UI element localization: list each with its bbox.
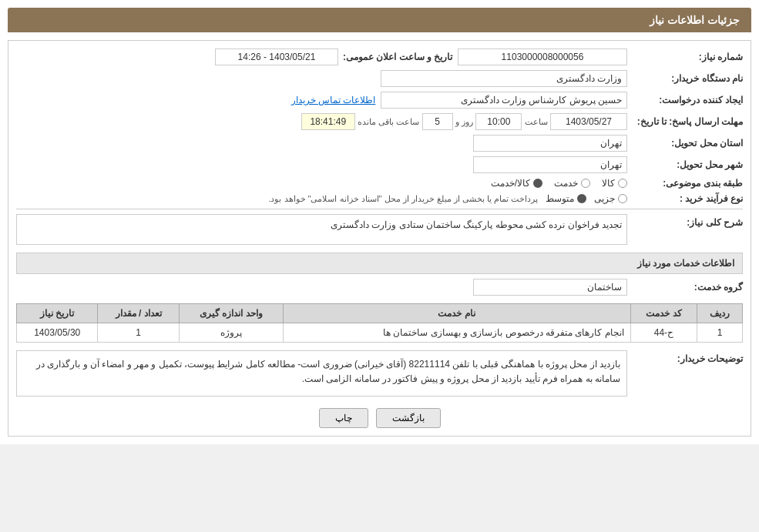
need-number-label: شماره نیاز: xyxy=(627,52,743,62)
services-table-container: ردیف کد خدمت نام خدمت واحد اندازه گیری ت… xyxy=(16,303,743,343)
response-time-label: ساعت xyxy=(525,117,548,127)
service-group-label: گروه خدمت: xyxy=(627,282,743,293)
contact-link[interactable]: اطلاعات تماس خریدار xyxy=(291,95,376,105)
page-title: جزئیات اطلاعات نیاز xyxy=(650,14,740,26)
purchase-type-jozi[interactable]: جزیی xyxy=(594,193,627,204)
category-option-kala-khedmat-label: کالا/خدمت xyxy=(491,178,530,189)
cell-date: 1403/05/30 xyxy=(17,323,98,343)
col-row-num: ردیف xyxy=(697,304,743,323)
category-option-kala-label: کالا xyxy=(602,178,615,189)
col-quantity: تعداد / مقدار xyxy=(98,304,179,323)
purchase-type-mottavaset-label: متوسط xyxy=(546,193,574,204)
action-buttons: بازگشت چاپ xyxy=(16,408,743,428)
purchase-radio-jozi xyxy=(618,194,627,203)
cell-service-name: انجام کارهای متفرقه درخصوص بازسازی و بهس… xyxy=(283,323,630,343)
category-label: طبقه بندی موضوعی: xyxy=(627,178,743,189)
cell-service-code: ح-44 xyxy=(630,323,697,343)
buyer-notes-value: بازدید از محل پروژه با هماهنگی قبلی با ت… xyxy=(16,350,627,396)
category-radio-khedmat xyxy=(581,179,590,188)
category-option-kala-khedmat[interactable]: کالا/خدمت xyxy=(491,178,542,189)
response-days-label: روز و xyxy=(455,117,473,127)
service-group-value: ساختمان xyxy=(473,279,627,296)
creator-value: حسین پریوش کارشناس وزارت دادگستری xyxy=(381,92,627,109)
page-header: جزئیات اطلاعات نیاز xyxy=(8,8,751,32)
category-radio-kala xyxy=(618,179,627,188)
cell-unit: پروژه xyxy=(179,323,283,343)
purchase-radio-mottavaset xyxy=(577,194,586,203)
category-option-kala[interactable]: کالا xyxy=(602,178,627,189)
col-service-code: کد خدمت xyxy=(630,304,697,323)
creator-label: ایجاد کننده درخواست: xyxy=(627,95,743,105)
response-date-value: 1403/05/27 xyxy=(550,113,627,130)
col-service-name: نام خدمت xyxy=(283,304,630,323)
print-button[interactable]: چاپ xyxy=(319,408,368,428)
delivery-province-label: استان محل تحویل: xyxy=(627,138,743,149)
announce-date-value: 1403/05/21 - 14:26 xyxy=(215,49,338,65)
buyer-org-label: نام دستگاه خریدار: xyxy=(627,73,743,84)
cell-row-num: 1 xyxy=(697,323,743,343)
response-days-value: 5 xyxy=(422,113,453,130)
category-radio-kala-khedmat xyxy=(533,179,542,188)
col-unit: واحد اندازه گیری xyxy=(179,304,283,323)
delivery-city-value: تهران xyxy=(473,156,627,173)
purchase-type-mottavaset[interactable]: متوسط xyxy=(546,193,586,204)
response-time-value: 10:00 xyxy=(475,113,522,130)
delivery-city-label: شهر محل تحویل: xyxy=(627,159,743,170)
services-table: ردیف کد خدمت نام خدمت واحد اندازه گیری ت… xyxy=(16,303,743,343)
announce-date-label: تاریخ و ساعت اعلان عمومی: xyxy=(338,52,452,62)
cell-quantity: 1 xyxy=(98,323,179,343)
need-desc-value: تجدید فراخوان نرده کشی محوطه پارکینگ ساخ… xyxy=(16,214,627,245)
response-remaining-label: ساعت باقی مانده xyxy=(358,117,419,127)
purchase-type-note: پرداخت تمام یا بخشی از مبلغ خریدار از مح… xyxy=(268,194,538,204)
response-remaining-value: 18:41:49 xyxy=(301,113,355,130)
buyer-org-value: وزارت دادگستری xyxy=(381,70,627,87)
response-deadline-label: مهلت ارسال پاسخ: تا تاریخ: xyxy=(627,116,743,127)
category-option-khedmat[interactable]: خدمت xyxy=(554,178,590,189)
purchase-type-jozi-label: جزیی xyxy=(594,193,615,204)
category-option-khedmat-label: خدمت xyxy=(554,178,578,189)
purchase-type-label: نوع فرآیند خرید : xyxy=(627,193,743,204)
need-desc-label: شرح کلی نیاز: xyxy=(627,214,743,228)
table-row: 1 ح-44 انجام کارهای متفرقه درخصوص بازساز… xyxy=(17,323,743,343)
back-button[interactable]: بازگشت xyxy=(376,408,441,428)
services-section-header: اطلاعات خدمات مورد نیاز xyxy=(16,253,743,274)
col-date: تاریخ نیاز xyxy=(17,304,98,323)
need-number-value: 1103000008000056 xyxy=(458,49,627,65)
delivery-province-value: تهران xyxy=(473,135,627,152)
buyer-notes-label: توضیحات خریدار: xyxy=(627,350,743,364)
category-radio-group: کالا خدمت کالا/خدمت xyxy=(491,178,627,189)
